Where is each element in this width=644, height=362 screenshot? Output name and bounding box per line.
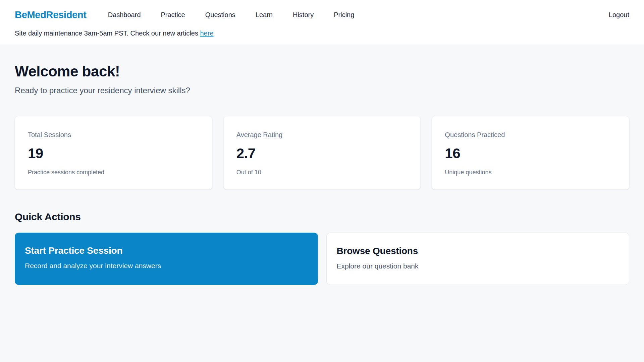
stat-value: 19 [28,145,199,162]
page-subtitle: Ready to practice your residency intervi… [15,86,629,95]
main-nav: Dashboard Practice Questions Learn Histo… [108,11,355,19]
quick-actions-grid: Start Practice Session Record and analyz… [15,233,629,285]
stat-label: Total Sessions [28,131,199,139]
stat-card-questions-practiced: Questions Practiced 16 Unique questions [432,116,629,190]
stat-card-average-rating: Average Rating 2.7 Out of 10 [223,116,421,190]
nav-item-dashboard[interactable]: Dashboard [108,11,141,19]
brand-logo[interactable]: BeMedResident [15,9,87,20]
stat-subtext: Unique questions [445,169,616,176]
nav-item-questions[interactable]: Questions [205,11,235,19]
page-title: Welcome back! [15,63,629,80]
maintenance-notice-bar: Site daily maintenance 3am-5am PST. Chec… [0,29,644,44]
nav-item-practice[interactable]: Practice [161,11,185,19]
stat-label: Questions Practiced [445,131,616,139]
stat-value: 2.7 [236,145,408,162]
articles-link[interactable]: here [200,29,213,37]
stat-card-total-sessions: Total Sessions 19 Practice sessions comp… [15,116,212,190]
nav-item-pricing[interactable]: Pricing [334,11,354,19]
top-navigation-bar: BeMedResident Dashboard Practice Questio… [0,0,644,29]
stats-grid: Total Sessions 19 Practice sessions comp… [15,116,629,190]
quick-actions-heading: Quick Actions [15,211,629,223]
start-practice-session-button[interactable]: Start Practice Session Record and analyz… [15,233,318,285]
action-title: Start Practice Session [25,245,306,256]
stat-subtext: Practice sessions completed [28,169,199,176]
logout-button[interactable]: Logout [609,11,629,19]
stat-value: 16 [445,145,616,162]
main-content: Welcome back! Ready to practice your res… [0,44,644,299]
action-title: Browse Questions [337,246,617,256]
browse-questions-button[interactable]: Browse Questions Explore our question ba… [326,233,630,285]
stat-subtext: Out of 10 [236,169,408,176]
stat-label: Average Rating [236,131,408,139]
nav-item-history[interactable]: History [293,11,314,19]
action-subtext: Record and analyze your interview answer… [25,262,306,270]
nav-item-learn[interactable]: Learn [256,11,273,19]
action-subtext: Explore our question bank [337,262,617,270]
maintenance-notice-text: Site daily maintenance 3am-5am PST. Chec… [15,29,200,37]
